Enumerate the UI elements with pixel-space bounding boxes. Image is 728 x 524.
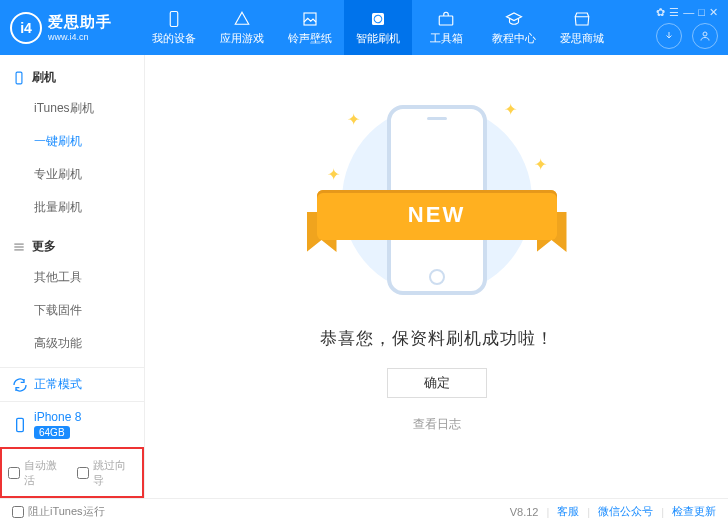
view-log-link[interactable]: 查看日志 (413, 416, 461, 433)
mode-indicator[interactable]: 正常模式 (0, 367, 144, 401)
nav-ringtone[interactable]: 铃声壁纸 (276, 0, 344, 55)
device-storage: 64GB (34, 426, 70, 439)
footer-update-link[interactable]: 检查更新 (672, 504, 716, 519)
brand-logo: i4 爱思助手 www.i4.cn (10, 12, 140, 44)
main-panel: ✦✦✦✦ NEW 恭喜您，保资料刷机成功啦！ 确定 查看日志 (145, 55, 728, 498)
nav-tutorial[interactable]: 教程中心 (480, 0, 548, 55)
svg-rect-1 (304, 13, 316, 25)
nav-apps[interactable]: 应用游戏 (208, 0, 276, 55)
device-icon (12, 417, 28, 433)
block-itunes-checkbox[interactable]: 阻止iTunes运行 (12, 504, 105, 519)
refresh-icon (12, 377, 28, 393)
device-name: iPhone 8 (34, 410, 81, 424)
sidebar-item-other-tools[interactable]: 其他工具 (0, 261, 144, 294)
footer-support-link[interactable]: 客服 (557, 504, 579, 519)
graduation-icon (504, 10, 524, 28)
phone-icon (164, 10, 184, 28)
nav-toolbox[interactable]: 工具箱 (412, 0, 480, 55)
skip-guide-checkbox[interactable]: 跳过向导 (77, 458, 136, 488)
ok-button[interactable]: 确定 (387, 368, 487, 398)
device-indicator[interactable]: iPhone 8 64GB (0, 401, 144, 447)
sidebar-item-pro-flash[interactable]: 专业刷机 (0, 158, 144, 191)
brand-title: 爱思助手 (48, 13, 112, 32)
brand-subtitle: www.i4.cn (48, 32, 112, 42)
sidebar-item-itunes-flash[interactable]: iTunes刷机 (0, 92, 144, 125)
sidebar-section-flash: 刷机 (0, 63, 144, 92)
auto-activate-checkbox[interactable]: 自动激活 (8, 458, 67, 488)
list-icon (12, 240, 26, 254)
store-icon (572, 10, 592, 28)
user-button[interactable] (692, 23, 718, 49)
toolbox-icon (436, 10, 456, 28)
success-message: 恭喜您，保资料刷机成功啦！ (320, 327, 554, 350)
sync-icon (368, 10, 388, 28)
footer-wechat-link[interactable]: 微信公众号 (598, 504, 653, 519)
version-label: V8.12 (510, 506, 539, 518)
apps-icon (232, 10, 252, 28)
app-header: i4 爱思助手 www.i4.cn 我的设备 应用游戏 铃声壁纸 智能刷机 (0, 0, 728, 55)
sidebar-item-oneclick-flash[interactable]: 一键刷机 (0, 125, 144, 158)
phone-icon (12, 71, 26, 85)
svg-rect-9 (17, 418, 24, 431)
svg-point-4 (703, 32, 707, 36)
wallpaper-icon (300, 10, 320, 28)
nav-flash[interactable]: 智能刷机 (344, 0, 412, 55)
sidebar-item-download-fw[interactable]: 下载固件 (0, 294, 144, 327)
nav-my-device[interactable]: 我的设备 (140, 0, 208, 55)
svg-rect-0 (170, 11, 178, 26)
success-illustration: ✦✦✦✦ NEW (327, 95, 547, 305)
sidebar-item-advanced[interactable]: 高级功能 (0, 327, 144, 360)
sidebar: 刷机 iTunes刷机 一键刷机 专业刷机 批量刷机 更多 其他工具 下载固件 … (0, 55, 145, 498)
logo-icon: i4 (10, 12, 42, 44)
sidebar-section-more: 更多 (0, 232, 144, 261)
ribbon-label: NEW (317, 190, 557, 240)
svg-rect-3 (439, 16, 453, 25)
window-controls[interactable]: ✿ ☰ — □ ✕ (656, 6, 718, 19)
svg-rect-5 (16, 72, 22, 84)
sidebar-item-batch-flash[interactable]: 批量刷机 (0, 191, 144, 224)
top-nav: 我的设备 应用游戏 铃声壁纸 智能刷机 工具箱 教程中心 (140, 0, 616, 55)
nav-store[interactable]: 爱思商城 (548, 0, 616, 55)
flash-options: 自动激活 跳过向导 (0, 447, 144, 498)
download-button[interactable] (656, 23, 682, 49)
status-bar: 阻止iTunes运行 V8.12 | 客服 | 微信公众号 | 检查更新 (0, 498, 728, 524)
